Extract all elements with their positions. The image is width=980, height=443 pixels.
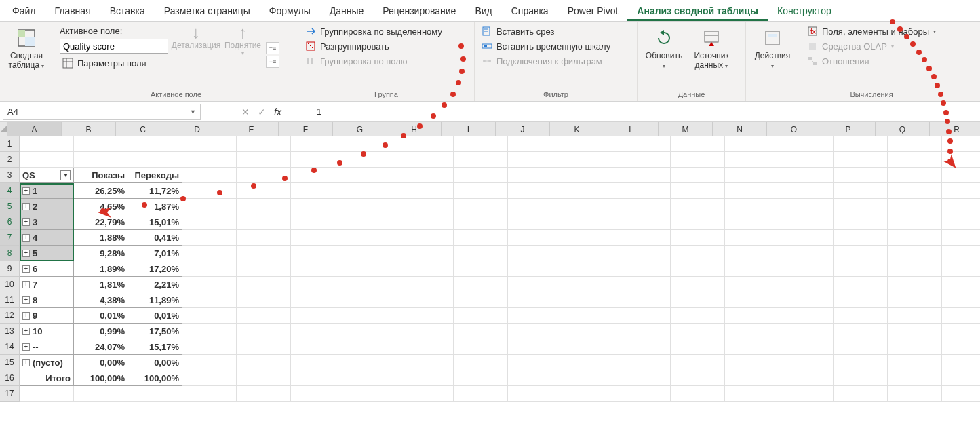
cell[interactable]: 4,65% bbox=[74, 199, 128, 214]
cell[interactable] bbox=[834, 246, 888, 261]
col-header-L[interactable]: L bbox=[604, 122, 659, 136]
cell[interactable] bbox=[291, 199, 345, 214]
tab-view[interactable]: Вид bbox=[465, 1, 501, 21]
cell[interactable] bbox=[942, 339, 980, 355]
drilldown-button[interactable]: Детализация bbox=[172, 41, 220, 50]
cell[interactable] bbox=[888, 277, 942, 292]
cell[interactable]: +(пусто) bbox=[20, 355, 74, 370]
cell[interactable] bbox=[725, 324, 779, 339]
cell[interactable] bbox=[779, 152, 834, 168]
cell[interactable] bbox=[454, 199, 508, 214]
refresh-button[interactable]: Обновить▾ bbox=[642, 24, 686, 73]
cell[interactable] bbox=[834, 355, 888, 370]
cell[interactable] bbox=[725, 152, 779, 168]
cell[interactable] bbox=[834, 277, 888, 292]
cell[interactable] bbox=[888, 308, 942, 324]
cell[interactable] bbox=[834, 339, 888, 355]
cell[interactable] bbox=[562, 339, 616, 355]
cell[interactable] bbox=[725, 246, 779, 261]
cell[interactable] bbox=[888, 230, 942, 246]
cell[interactable] bbox=[508, 292, 562, 308]
cell[interactable] bbox=[399, 230, 454, 246]
cell[interactable] bbox=[671, 261, 725, 277]
cell[interactable] bbox=[182, 292, 237, 308]
cell[interactable] bbox=[725, 339, 779, 355]
cell[interactable] bbox=[779, 136, 834, 152]
cell[interactable] bbox=[779, 214, 834, 230]
col-header-F[interactable]: F bbox=[279, 122, 333, 136]
cell[interactable] bbox=[725, 168, 779, 183]
expand-icon[interactable]: + bbox=[22, 328, 30, 335]
cell[interactable] bbox=[562, 324, 616, 339]
cell[interactable] bbox=[671, 370, 725, 386]
cell[interactable] bbox=[942, 168, 980, 183]
cell[interactable] bbox=[20, 136, 74, 152]
cell[interactable] bbox=[508, 277, 562, 292]
cell[interactable] bbox=[725, 214, 779, 230]
cell[interactable] bbox=[508, 355, 562, 370]
cell[interactable] bbox=[291, 355, 345, 370]
cell[interactable] bbox=[237, 136, 291, 152]
cell[interactable] bbox=[671, 214, 725, 230]
cell[interactable] bbox=[888, 152, 942, 168]
expand-icon[interactable]: + bbox=[22, 312, 30, 320]
expand-icon[interactable]: + bbox=[22, 265, 30, 273]
insert-timeline-button[interactable]: Вставить временную шкалу bbox=[479, 39, 613, 53]
cell[interactable] bbox=[345, 214, 399, 230]
col-header-K[interactable]: K bbox=[550, 122, 604, 136]
cell[interactable] bbox=[725, 308, 779, 324]
cell[interactable] bbox=[74, 152, 128, 168]
cell[interactable] bbox=[508, 152, 562, 168]
cell[interactable]: 1,89% bbox=[74, 261, 128, 277]
row-header-15[interactable]: 15 bbox=[0, 355, 20, 370]
cell[interactable] bbox=[182, 230, 237, 246]
expand-icon[interactable]: + bbox=[22, 343, 30, 351]
tab-formulas[interactable]: Формулы bbox=[260, 1, 320, 21]
cell[interactable] bbox=[888, 292, 942, 308]
cell[interactable] bbox=[128, 386, 182, 402]
collapse-field-button[interactable]: −≡ bbox=[266, 56, 279, 68]
tab-insert[interactable]: Вставка bbox=[100, 1, 155, 21]
cell[interactable] bbox=[616, 152, 671, 168]
cell[interactable] bbox=[508, 370, 562, 386]
cell[interactable]: Итого bbox=[20, 370, 74, 386]
cell[interactable] bbox=[128, 136, 182, 152]
cell[interactable] bbox=[291, 246, 345, 261]
cell[interactable] bbox=[508, 324, 562, 339]
col-header-P[interactable]: P bbox=[821, 122, 876, 136]
row-header-8[interactable]: 8 bbox=[0, 246, 20, 261]
cell[interactable] bbox=[671, 246, 725, 261]
cell[interactable] bbox=[399, 324, 454, 339]
cell[interactable] bbox=[562, 292, 616, 308]
cell[interactable] bbox=[616, 277, 671, 292]
cell[interactable]: +1 bbox=[20, 183, 74, 199]
cell[interactable] bbox=[616, 292, 671, 308]
cell[interactable] bbox=[508, 308, 562, 324]
cell[interactable] bbox=[345, 168, 399, 183]
cell[interactable]: +-- bbox=[20, 339, 74, 355]
cell[interactable] bbox=[237, 277, 291, 292]
cell[interactable]: 24,07% bbox=[74, 339, 128, 355]
cell[interactable] bbox=[345, 183, 399, 199]
cell[interactable] bbox=[345, 136, 399, 152]
cell[interactable] bbox=[345, 261, 399, 277]
cell[interactable]: +3 bbox=[20, 214, 74, 230]
cell[interactable] bbox=[237, 183, 291, 199]
col-header-E[interactable]: E bbox=[224, 122, 279, 136]
cell[interactable] bbox=[942, 370, 980, 386]
cell[interactable] bbox=[779, 370, 834, 386]
cell[interactable]: 9,28% bbox=[74, 246, 128, 261]
cell[interactable] bbox=[616, 214, 671, 230]
row-header-14[interactable]: 14 bbox=[0, 339, 20, 355]
cell[interactable] bbox=[128, 152, 182, 168]
cell[interactable] bbox=[616, 183, 671, 199]
cell[interactable] bbox=[562, 152, 616, 168]
cell[interactable] bbox=[671, 308, 725, 324]
cell[interactable] bbox=[237, 168, 291, 183]
cell[interactable] bbox=[399, 339, 454, 355]
cell[interactable] bbox=[399, 168, 454, 183]
cell[interactable] bbox=[182, 324, 237, 339]
cell[interactable] bbox=[616, 168, 671, 183]
enter-icon[interactable]: ✓ bbox=[258, 107, 266, 117]
cell[interactable] bbox=[671, 136, 725, 152]
